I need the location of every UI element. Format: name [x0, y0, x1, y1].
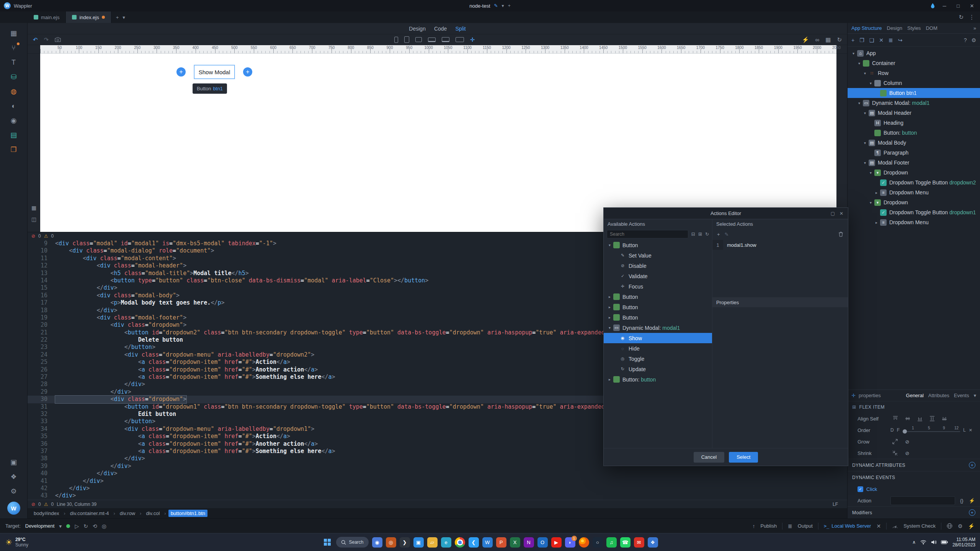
design-canvas[interactable]: + Show Modal + Buttonbtn1 [40, 54, 836, 232]
chrome-icon[interactable] [455, 537, 465, 548]
edge-icon[interactable]: e [441, 537, 451, 548]
app-structure-item[interactable]: ¶Paragraph [848, 148, 980, 158]
chevron-down-icon[interactable]: ▾ [856, 101, 862, 105]
move-icon[interactable]: ↪ [898, 37, 903, 43]
available-action-item[interactable]: ◎Toggle [604, 354, 712, 364]
insert-before-button[interactable]: + [176, 67, 186, 77]
available-action-item[interactable]: ▾▭Dynamic Modal: modal1 [604, 323, 712, 333]
excel-icon[interactable]: X [510, 537, 520, 548]
battery-icon[interactable] [941, 540, 948, 544]
available-action-item[interactable]: ▸Button [604, 292, 712, 302]
outlook-icon[interactable]: O [537, 537, 548, 548]
align-start-icon[interactable] [890, 415, 900, 422]
youtube-icon[interactable]: ▶ [551, 537, 562, 548]
order-slider[interactable]: 1 5 9 12 [903, 427, 960, 434]
tab-main-ejs[interactable]: main.ejs [28, 11, 66, 23]
edit-project-icon[interactable]: ✎ [494, 3, 498, 8]
app-structure-item[interactable]: ▾▤Modal Header [848, 108, 980, 118]
order-last-label[interactable]: L [963, 427, 966, 433]
shrink-icon[interactable] [890, 449, 900, 457]
layers-icon[interactable]: ▤ [5, 129, 22, 142]
chevron-down-icon[interactable]: ▾ [607, 243, 612, 247]
refresh-icon[interactable]: ↻ [83, 523, 88, 529]
app-structure-item[interactable]: ▾⌂App [848, 48, 980, 58]
discord-icon[interactable]: ◗1 [565, 537, 575, 548]
available-action-item[interactable]: ▾Button [604, 240, 712, 250]
available-action-item[interactable]: ✓Validate [604, 271, 712, 281]
breadcrumb-item[interactable]: div.col [144, 510, 162, 517]
tab-app-structure[interactable]: App Structure [851, 25, 882, 31]
folder-icon[interactable]: ▱ [427, 537, 438, 548]
available-action-item[interactable]: ◌Hide [604, 343, 712, 354]
settings-icon[interactable]: ⚙ [958, 523, 963, 529]
docs-icon[interactable]: ❐ [5, 143, 22, 156]
app-structure-item[interactable]: ▾▤Modal Body [848, 138, 980, 148]
link-icon[interactable]: ∞ [815, 36, 820, 43]
add-action-icon[interactable]: + [717, 231, 720, 237]
screenshot-icon[interactable] [55, 37, 61, 42]
actions-search-input[interactable] [607, 230, 688, 238]
dialog-titlebar[interactable]: Actions Editor ▢ ✕ [604, 208, 848, 219]
duplicate-icon[interactable]: ❐ [859, 37, 864, 43]
terminal-icon[interactable]: ❯ [400, 537, 410, 548]
close-dialog-icon[interactable]: ✕ [840, 211, 843, 216]
chevron-right-icon[interactable]: ▸ [607, 315, 612, 320]
breadcrumb-item[interactable]: div.container.mt-4 [68, 510, 111, 517]
typography-icon[interactable]: T [5, 56, 22, 69]
eol-indicator[interactable]: LF [833, 502, 843, 507]
steam-icon[interactable]: ○ [593, 537, 603, 548]
undo-icon[interactable]: ↶ [33, 36, 38, 43]
code-line[interactable]: 43</div> [28, 492, 847, 499]
cancel-button[interactable]: Cancel [694, 452, 724, 463]
align-center-icon[interactable] [903, 415, 913, 422]
order-default-label[interactable]: D [890, 427, 894, 433]
app-structure-item[interactable]: Button btn1 [848, 88, 980, 98]
available-action-item[interactable]: ▸Button [604, 302, 712, 312]
target-value[interactable]: Development [25, 523, 55, 529]
app-structure-item[interactable]: HHeading [848, 118, 980, 128]
teams-icon[interactable]: ◉ [372, 537, 382, 548]
app-structure-item[interactable]: ▾▾Dropdown [848, 168, 980, 178]
spotify-icon[interactable]: ♫ [606, 537, 617, 548]
tab-design[interactable]: Design [887, 25, 902, 31]
order-first-label[interactable]: F [897, 427, 900, 433]
wappler-logo-icon[interactable]: W [7, 502, 20, 515]
run-icon[interactable]: ▷ [75, 523, 79, 529]
device-tv-icon[interactable] [456, 37, 464, 42]
preview-icon[interactable]: ◉ [5, 114, 22, 127]
maximize-button[interactable]: □ [954, 3, 962, 9]
mode-design[interactable]: Design [409, 26, 426, 32]
styles-icon[interactable]: ◐ [5, 99, 22, 112]
settings-icon[interactable]: ⚙ [5, 485, 22, 498]
sync-icon[interactable]: ⟲ [93, 523, 97, 529]
edit-action-icon[interactable]: ✎ [725, 231, 729, 237]
no-shrink-icon[interactable]: ⊘ [903, 449, 912, 457]
tab-general[interactable]: General [906, 393, 924, 398]
tab-list-icon[interactable]: ▾ [122, 15, 125, 20]
mode-split[interactable]: Split [455, 26, 466, 32]
tab-styles[interactable]: Styles [907, 25, 921, 31]
align-stretch-icon[interactable] [927, 415, 937, 422]
check-circle-icon[interactable]: ◎ [102, 523, 106, 529]
chevron-down-icon[interactable]: ▾ [862, 111, 868, 115]
pages-icon[interactable]: ▦ [5, 27, 22, 40]
app-structure-item[interactable]: ✓Dropdown Toggle Button dropdown2 [848, 178, 980, 187]
tab-events[interactable]: Events [954, 393, 969, 398]
database-icon[interactable]: ⛁ [5, 70, 22, 83]
add-project-icon[interactable]: + [508, 3, 511, 8]
app-structure-item[interactable]: ▾▤Modal Footer [848, 158, 980, 168]
reload-icon[interactable]: ↻ [837, 36, 842, 43]
tab-index-ejs[interactable]: index.ejs [66, 11, 111, 23]
available-action-item[interactable]: ↻Update [604, 364, 712, 374]
chevron-right-icon[interactable]: ▸ [607, 377, 612, 381]
publish-label[interactable]: Publish [760, 523, 777, 529]
bolt-icon[interactable]: ⚡ [968, 523, 975, 529]
wifi-icon[interactable] [920, 540, 926, 544]
globe-icon[interactable] [947, 523, 952, 529]
align-baseline-icon[interactable] [939, 415, 949, 422]
start-button[interactable] [322, 537, 333, 548]
chevron-down-icon[interactable]: ▾ [868, 171, 874, 175]
formatter-icon[interactable]: ⚡ [969, 497, 976, 504]
volume-icon[interactable] [931, 540, 936, 544]
water-drop-icon[interactable] [931, 3, 935, 8]
